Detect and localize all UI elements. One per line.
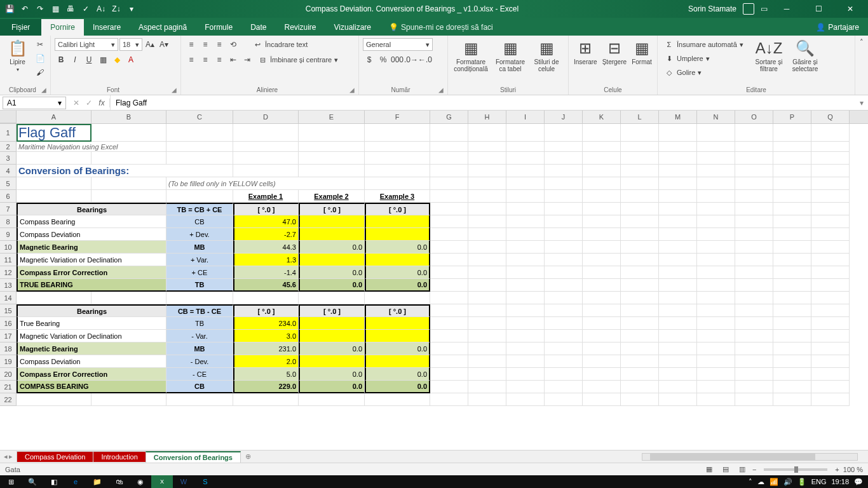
cell-E3[interactable] <box>299 152 365 165</box>
cell-K6[interactable] <box>583 190 621 203</box>
cell-O9[interactable] <box>735 228 773 241</box>
cell-N20[interactable] <box>697 368 735 381</box>
cell-A9[interactable]: Compass Deviation <box>17 228 166 241</box>
sheet-tab-conversion[interactable]: Conversion of Bearings <box>146 451 241 463</box>
cell-F7[interactable]: [ °.0 ] <box>365 203 430 215</box>
col-header-J[interactable]: J <box>545 111 583 123</box>
spelling-icon[interactable]: ✓ <box>81 4 90 13</box>
cell-J8[interactable] <box>545 215 583 228</box>
percent-button[interactable]: % <box>377 53 390 66</box>
cell-K20[interactable] <box>583 368 621 381</box>
cell-D21[interactable]: 229.0 <box>233 381 299 393</box>
cell-D7[interactable]: [ °.0 ] <box>233 203 299 215</box>
row-header-10[interactable]: 10 <box>0 241 17 254</box>
cell-N9[interactable] <box>697 228 735 241</box>
cell-E9[interactable] <box>299 228 365 241</box>
word-icon[interactable]: W <box>173 475 194 488</box>
cell-C12[interactable]: + CE <box>166 266 233 279</box>
cell-G22[interactable] <box>430 393 468 406</box>
cell-G17[interactable] <box>430 330 468 342</box>
align-right-button[interactable]: ≡ <box>213 53 226 66</box>
cell-G14[interactable] <box>430 292 468 304</box>
align-top-button[interactable]: ≡ <box>185 38 198 51</box>
cell-F21[interactable]: 0.0 <box>365 381 430 393</box>
cell-E16[interactable] <box>299 317 365 330</box>
cell-P14[interactable] <box>773 292 811 304</box>
cell-I13[interactable] <box>506 279 545 292</box>
cell-D14[interactable] <box>233 292 299 304</box>
cell-A6[interactable] <box>17 190 92 203</box>
cell-L3[interactable] <box>621 152 659 165</box>
cell-A4[interactable]: Conversion of Bearings: <box>17 165 233 177</box>
cell-L5[interactable] <box>621 177 659 190</box>
cell-K17[interactable] <box>583 330 621 342</box>
cell-H13[interactable] <box>468 279 506 292</box>
cell-Q2[interactable] <box>811 142 850 152</box>
scroll-thumb[interactable] <box>650 454 815 460</box>
cell-G10[interactable] <box>430 241 468 254</box>
cell-I20[interactable] <box>506 368 545 381</box>
cell-J6[interactable] <box>545 190 583 203</box>
cell-O3[interactable] <box>735 152 773 165</box>
cell-J17[interactable] <box>545 330 583 342</box>
format-table-button[interactable]: ▦Formatare ca tabel <box>492 38 528 74</box>
cell-G13[interactable] <box>430 279 468 292</box>
cell-M15[interactable] <box>659 304 697 317</box>
cell-G2[interactable] <box>430 142 468 152</box>
row-header-2[interactable]: 2 <box>0 142 17 152</box>
increase-indent-button[interactable]: ⇥ <box>241 53 254 66</box>
row-header-8[interactable]: 8 <box>0 215 17 228</box>
cell-F15[interactable]: [ °.0 ] <box>365 304 430 317</box>
enter-formula-icon[interactable]: ✓ <box>84 98 94 107</box>
cell-F18[interactable]: 0.0 <box>365 342 430 355</box>
cell-D10[interactable]: 44.3 <box>233 241 299 254</box>
cell-E17[interactable] <box>299 330 365 342</box>
cell-P18[interactable] <box>773 342 811 355</box>
cell-Q10[interactable] <box>811 241 850 254</box>
cell-N19[interactable] <box>697 355 735 368</box>
cell-L6[interactable] <box>621 190 659 203</box>
cell-M17[interactable] <box>659 330 697 342</box>
cell-Q6[interactable] <box>811 190 850 203</box>
cell-D15[interactable]: [ °.0 ] <box>233 304 299 317</box>
cell-L1[interactable] <box>621 124 659 142</box>
cell-H2[interactable] <box>468 142 506 152</box>
copy-button[interactable]: 📄 <box>34 52 46 65</box>
cell-H12[interactable] <box>468 266 506 279</box>
cell-I6[interactable] <box>506 190 545 203</box>
cell-N8[interactable] <box>697 215 735 228</box>
cell-L12[interactable] <box>621 266 659 279</box>
cell-H16[interactable] <box>468 317 506 330</box>
page-break-button[interactable]: ▥ <box>736 464 749 474</box>
cell-A19[interactable]: Compass Deviation <box>17 355 166 368</box>
cell-K15[interactable] <box>583 304 621 317</box>
avatar[interactable] <box>743 3 754 15</box>
sort-desc-icon[interactable]: Z↓ <box>112 4 121 13</box>
cell-C9[interactable]: + Dev. <box>166 228 233 241</box>
row-header-13[interactable]: 13 <box>0 279 17 292</box>
cell-F13[interactable]: 0.0 <box>365 279 430 292</box>
cell-M19[interactable] <box>659 355 697 368</box>
cell-N3[interactable] <box>697 152 735 165</box>
cell-O13[interactable] <box>735 279 773 292</box>
cell-A8[interactable]: Compass Bearing <box>17 215 166 228</box>
cell-N5[interactable] <box>697 177 735 190</box>
cell-A2[interactable]: Maritime Navigation using Excel <box>17 142 166 152</box>
number-format-select[interactable]: General▾ <box>363 38 433 51</box>
tell-me[interactable]: 💡Spune-mi ce dorești să faci <box>380 19 502 36</box>
page-layout-button[interactable]: ▤ <box>719 464 732 474</box>
cell-J3[interactable] <box>545 152 583 165</box>
cell-L13[interactable] <box>621 279 659 292</box>
cell-Q21[interactable] <box>811 381 850 393</box>
cell-B14[interactable] <box>92 292 166 304</box>
cell-E15[interactable]: [ °.0 ] <box>299 304 365 317</box>
cell-D18[interactable]: 231.0 <box>233 342 299 355</box>
add-sheet-button[interactable]: ⊕ <box>240 452 256 461</box>
col-header-H[interactable]: H <box>468 111 506 123</box>
cell-I22[interactable] <box>506 393 545 406</box>
cell-P9[interactable] <box>773 228 811 241</box>
store-icon[interactable]: 🛍 <box>108 475 130 488</box>
cell-P13[interactable] <box>773 279 811 292</box>
row-header-11[interactable]: 11 <box>0 254 17 266</box>
explorer-icon[interactable]: 📁 <box>86 475 108 488</box>
